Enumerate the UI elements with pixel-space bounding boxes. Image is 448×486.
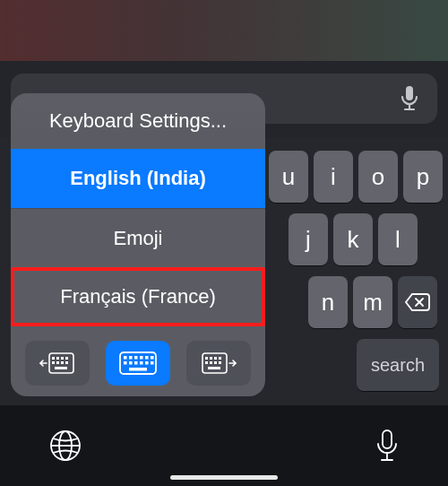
home-indicator[interactable] (170, 475, 278, 480)
svg-rect-25 (140, 361, 143, 365)
key-k[interactable]: k (333, 213, 373, 265)
svg-rect-33 (219, 357, 221, 360)
svg-rect-32 (214, 357, 217, 360)
svg-rect-24 (134, 361, 138, 365)
svg-rect-42 (383, 430, 392, 448)
keyboard-settings-item[interactable]: Keyboard Settings... (11, 93, 265, 149)
key-o[interactable]: o (358, 151, 398, 203)
delete-icon (404, 292, 431, 312)
globe-button[interactable] (48, 429, 82, 463)
keyboard-switcher-popup: Keyboard Settings... English (India) Emo… (11, 93, 265, 396)
svg-rect-10 (52, 361, 55, 364)
mic-icon (375, 429, 400, 464)
svg-rect-30 (205, 357, 208, 360)
svg-rect-6 (52, 357, 55, 360)
svg-rect-31 (210, 357, 212, 360)
svg-rect-8 (61, 357, 64, 360)
keyboard-dock-left-icon (39, 351, 75, 375)
svg-rect-0 (406, 86, 413, 100)
keyboard-standard-button[interactable] (106, 341, 170, 386)
svg-rect-37 (219, 361, 221, 364)
svg-rect-18 (134, 356, 138, 360)
key-l[interactable]: l (378, 213, 418, 265)
mic-icon[interactable] (400, 85, 419, 112)
language-item-francais-france[interactable]: Français (France) (11, 267, 265, 326)
keyboard-dock-right-icon (201, 351, 237, 375)
keyboard-dock-right-button[interactable] (186, 341, 251, 386)
key-m[interactable]: m (353, 276, 392, 328)
svg-rect-22 (124, 361, 127, 365)
key-j[interactable]: j (289, 213, 328, 265)
svg-rect-26 (145, 361, 149, 365)
background-top-blur (0, 0, 448, 61)
svg-rect-11 (56, 361, 59, 364)
svg-rect-12 (61, 361, 64, 364)
svg-rect-14 (55, 367, 67, 369)
svg-rect-13 (65, 361, 68, 364)
key-row: u i o p (269, 151, 443, 203)
language-item-emoji[interactable]: Emoji (11, 209, 265, 268)
svg-rect-16 (124, 356, 127, 360)
key-p[interactable]: p (403, 151, 443, 203)
svg-rect-38 (208, 367, 220, 369)
svg-rect-36 (214, 361, 217, 364)
svg-rect-7 (56, 357, 59, 360)
svg-rect-20 (145, 356, 149, 360)
language-item-english-india[interactable]: English (India) (11, 149, 265, 208)
key-n[interactable]: n (308, 276, 348, 328)
keyboard-dock-row (11, 330, 265, 396)
keyboard-dock-left-button[interactable] (25, 341, 90, 386)
key-row: j k l (289, 213, 418, 265)
svg-rect-28 (129, 368, 147, 371)
keyboard-standard-icon (118, 351, 158, 376)
dictation-button[interactable] (375, 429, 400, 464)
svg-rect-23 (129, 361, 133, 365)
key-row: n m (308, 276, 392, 328)
svg-rect-21 (151, 356, 154, 360)
svg-rect-19 (140, 356, 143, 360)
key-u[interactable]: u (269, 151, 308, 203)
key-i[interactable]: i (314, 151, 353, 203)
svg-rect-35 (210, 361, 212, 364)
svg-rect-17 (129, 356, 133, 360)
svg-rect-9 (65, 357, 68, 360)
search-key[interactable]: search (357, 339, 439, 391)
globe-icon (48, 429, 82, 463)
svg-rect-34 (205, 361, 208, 364)
svg-rect-27 (151, 361, 154, 365)
delete-key[interactable] (398, 276, 437, 328)
